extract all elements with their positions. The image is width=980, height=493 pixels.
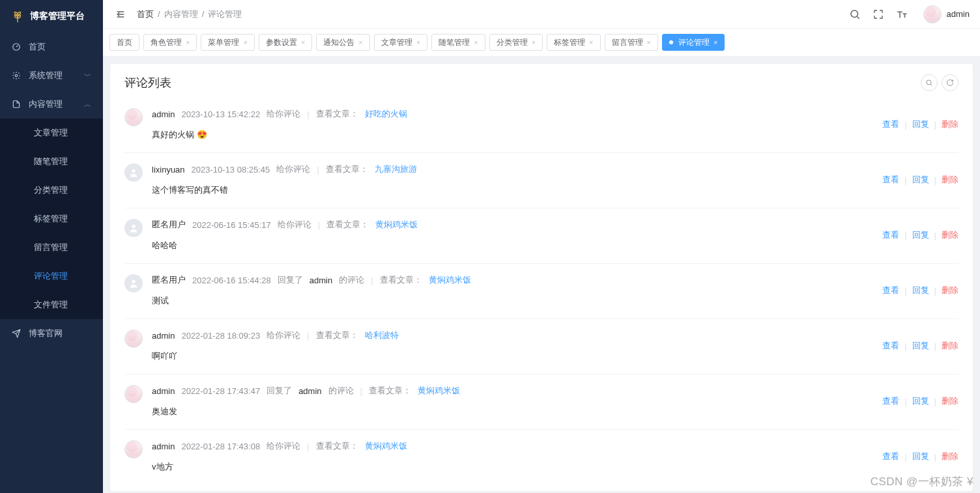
comment-content: 测试 [152,295,873,307]
close-icon[interactable]: × [474,38,478,46]
close-icon[interactable]: × [186,38,190,46]
send-icon [12,329,21,338]
tab-首页[interactable]: 首页 [109,34,139,51]
sidebar: 博客管理平台 首页 系统管理 ﹀ 内容管理 ︿ 文章管理 [0,0,103,493]
user-avatar-icon [923,5,942,23]
submenu-tag[interactable]: 标签管理 [0,204,103,233]
tab-通知公告[interactable]: 通知公告× [316,34,369,51]
menu-content[interactable]: 内容管理 ︿ [0,90,103,119]
delete-button[interactable]: 删除 [942,340,958,352]
comment-content: v地方 [152,461,873,473]
submenu-message[interactable]: 留言管理 [0,233,103,262]
row-actions: 查看|回复|删除 [882,274,958,307]
view-button[interactable]: 查看 [882,340,899,352]
close-icon[interactable]: × [532,38,536,46]
timestamp: 2023-10-13 15:42:22 [181,109,260,119]
reply-button[interactable]: 回复 [912,229,929,241]
anon-avatar-icon [124,274,143,292]
article-link[interactable]: 黄焖鸡米饭 [365,440,407,452]
author: lixinyuan [152,165,185,175]
search-card-button[interactable] [921,74,938,91]
submenu-article[interactable]: 文章管理 [0,119,103,147]
anon-avatar-icon [124,163,143,182]
timestamp: 2022-01-28 18:09:23 [181,331,260,341]
menu-site[interactable]: 博客官网 [0,319,103,348]
delete-button[interactable]: 删除 [942,174,958,186]
sidebar-toggle[interactable] [113,7,128,21]
author: admin [152,386,175,396]
close-icon[interactable]: × [358,38,362,46]
view-button[interactable]: 查看 [882,174,899,186]
delete-button[interactable]: 删除 [942,285,958,296]
search-icon [925,79,933,87]
fontsize-button[interactable] [895,7,909,21]
view-button[interactable]: 查看 [882,395,899,407]
submenu-file[interactable]: 文件管理 [0,290,103,319]
article-link[interactable]: 黄焖鸡米饭 [418,385,460,397]
tab-菜单管理[interactable]: 菜单管理× [201,34,254,51]
submenu-note[interactable]: 随笔管理 [0,147,103,176]
article-link[interactable]: 黄焖鸡米饭 [429,274,471,286]
main-menu: 首页 系统管理 ﹀ 内容管理 ︿ 文章管理 随笔管理 分类管理 标签管理 留言管… [0,33,103,348]
article-link[interactable]: 哈利波特 [365,330,399,341]
tab-label: 通知公告 [323,37,354,48]
reply-button[interactable]: 回复 [912,395,929,407]
timestamp: 2022-01-28 17:43:08 [181,442,260,451]
author: 匿名用户 [152,274,186,286]
logo: 博客管理平台 [0,0,103,33]
close-icon[interactable]: × [301,38,305,46]
user-menu[interactable]: admin [923,5,970,23]
view-button[interactable]: 查看 [882,119,899,130]
reply-button[interactable]: 回复 [912,285,929,296]
comment-row: admin2023-10-13 15:42:22给你评论|查看文章：好吃的火锅真… [124,98,958,153]
tab-评论管理[interactable]: 评论管理× [662,34,725,51]
reply-button[interactable]: 回复 [912,451,929,462]
close-icon[interactable]: × [416,38,420,46]
article-link[interactable]: 好吃的火锅 [365,108,407,120]
fullscreen-button[interactable] [871,7,886,21]
delete-button[interactable]: 删除 [942,229,958,241]
comment-meta: 匿名用户2022-06-16 15:45:17给你评论|查看文章：黄焖鸡米饭 [152,219,873,231]
reply-button[interactable]: 回复 [912,119,929,130]
refresh-button[interactable] [942,74,958,91]
tab-参数设置[interactable]: 参数设置× [259,34,312,51]
delete-button[interactable]: 删除 [942,395,958,407]
reply-button[interactable]: 回复 [912,174,929,186]
submenu-category[interactable]: 分类管理 [0,176,103,204]
tab-标签管理[interactable]: 标签管理× [547,34,600,51]
tab-随笔管理[interactable]: 随笔管理× [431,34,485,51]
reply-button[interactable]: 回复 [912,340,929,352]
submenu-comment[interactable]: 评论管理 [0,262,103,290]
tab-label: 评论管理 [678,37,710,48]
tab-分类管理[interactable]: 分类管理× [489,34,543,51]
delete-button[interactable]: 删除 [942,451,958,462]
close-icon[interactable]: × [713,38,717,46]
close-icon[interactable]: × [589,38,593,46]
view-button[interactable]: 查看 [882,229,899,241]
fullscreen-icon [873,9,884,20]
article-link[interactable]: 九寨沟旅游 [375,163,417,175]
close-icon[interactable]: × [243,38,247,46]
breadcrumb: 首页 / 内容管理 / 评论管理 [137,8,242,20]
crumb-home[interactable]: 首页 [137,8,154,20]
menu-home[interactable]: 首页 [0,33,103,61]
delete-button[interactable]: 删除 [942,119,958,130]
search-button[interactable] [848,7,862,21]
author: admin [152,331,175,341]
comment-row: admin2022-01-28 17:43:08给你评论|查看文章：黄焖鸡米饭v… [124,430,958,485]
comment-content: 奥迪发 [152,406,873,417]
article-link[interactable]: 黄焖鸡米饭 [375,219,418,231]
crumb-l1[interactable]: 内容管理 [164,8,198,20]
view-button[interactable]: 查看 [882,285,899,296]
menu-system[interactable]: 系统管理 ﹀ [0,61,103,90]
comment-row: admin2022-01-28 17:43:47回复了admin的评论|查看文章… [124,374,958,430]
comment-row: 匿名用户2022-06-16 15:45:17给你评论|查看文章：黄焖鸡米饭哈哈… [124,208,958,264]
username: admin [947,9,970,19]
tab-文章管理[interactable]: 文章管理× [374,34,427,51]
tab-角色管理[interactable]: 角色管理× [143,34,197,51]
view-button[interactable]: 查看 [882,451,899,462]
svg-point-3 [927,80,931,85]
tab-留言管理[interactable]: 留言管理× [605,34,658,51]
close-icon[interactable]: × [647,38,651,46]
svg-point-1 [15,74,18,77]
